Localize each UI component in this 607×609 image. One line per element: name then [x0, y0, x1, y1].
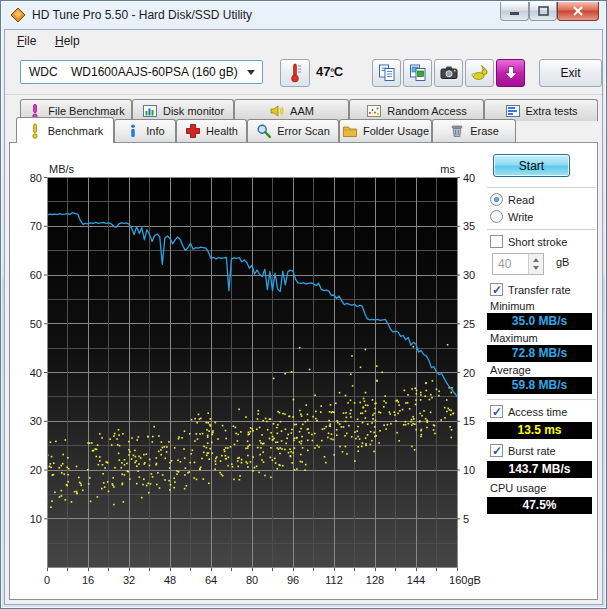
download-update-button[interactable] [496, 59, 525, 87]
svg-text:40: 40 [463, 172, 475, 184]
app-window: HD Tune Pro 5.50 - Hard Disk/SSD Utility… [0, 0, 607, 609]
menu-file[interactable]: File [9, 31, 44, 51]
title-bar[interactable]: HD Tune Pro 5.50 - Hard Disk/SSD Utility [1, 1, 606, 29]
read-radio[interactable] [490, 193, 503, 206]
transfer-rate-row[interactable]: Transfer rate [490, 283, 571, 296]
start-button[interactable]: Start [493, 154, 570, 177]
svg-text:ms: ms [440, 163, 455, 175]
read-radio-row[interactable]: Read [490, 193, 534, 206]
svg-text:5: 5 [463, 513, 469, 525]
svg-text:112: 112 [325, 574, 343, 586]
benchmark-tab-page: 8070605040302010403530252015105016324864… [9, 142, 598, 600]
svg-text:20: 20 [463, 367, 475, 379]
svg-text:80: 80 [246, 574, 258, 586]
burst-rate-checkbox[interactable] [490, 444, 503, 457]
gauge-yellow-icon [27, 123, 43, 139]
copy-image-icon [408, 63, 428, 83]
short-stroke-label: Short stroke [508, 236, 567, 248]
separator [487, 187, 596, 189]
svg-text:70: 70 [30, 220, 42, 232]
minimize-icon [509, 7, 520, 16]
download-arrow-icon [501, 63, 521, 83]
cpu-usage-value: 47.5% [487, 497, 592, 514]
maximum-label: Maximum [490, 332, 538, 344]
menu-help[interactable]: Help [47, 31, 88, 51]
drive-select-dropdown[interactable]: WDC WD1600AAJS-60PSA (160 gB) [20, 60, 263, 84]
svg-text:50: 50 [30, 318, 42, 330]
mini-chart-icon [142, 103, 158, 119]
svg-text:30: 30 [30, 415, 42, 427]
speed-test-button[interactable] [465, 59, 494, 87]
short-stroke-row[interactable]: Short stroke [490, 235, 567, 248]
write-radio-row[interactable]: Write [490, 210, 533, 223]
tab-extra-tests[interactable]: Extra tests [484, 99, 598, 121]
close-button[interactable] [557, 2, 599, 21]
close-icon [572, 6, 584, 16]
magnifier-icon [256, 123, 272, 139]
tab-folder-usage[interactable]: Folder Usage [339, 119, 432, 142]
info-icon [125, 123, 141, 139]
tab-error-scan[interactable]: Error Scan [247, 119, 339, 142]
chevron-down-icon [247, 70, 255, 75]
drive-select-value: WDC WD1600AAJS-60PSA (160 gB) [29, 65, 238, 79]
tab-health[interactable]: Health [176, 119, 247, 142]
tab-label: File Benchmark [48, 105, 124, 117]
spinner-up-icon[interactable] [533, 258, 539, 262]
tab-label: Health [206, 125, 238, 137]
transfer-rate-label: Transfer rate [508, 284, 571, 296]
access-time-value: 13.5 ms [487, 422, 592, 439]
separator [487, 229, 596, 231]
spinner-down-icon[interactable] [533, 266, 539, 270]
svg-text:144: 144 [407, 574, 425, 586]
capacity-spinner[interactable]: 40 [492, 253, 544, 275]
scatter-box-icon [366, 103, 382, 119]
short-stroke-checkbox[interactable] [490, 235, 503, 248]
access-time-checkbox[interactable] [490, 405, 503, 418]
thermometer-icon [285, 61, 305, 85]
tab-label: Error Scan [277, 125, 330, 137]
tab-erase[interactable]: Erase [432, 119, 516, 142]
svg-text:16: 16 [82, 574, 94, 586]
write-radio[interactable] [490, 210, 503, 223]
tab-info[interactable]: Info [114, 119, 176, 142]
copy-image-button[interactable] [403, 59, 432, 87]
svg-text:80: 80 [30, 172, 42, 184]
copy-text-icon [377, 63, 397, 83]
folder-icon [342, 123, 358, 139]
svg-text:30: 30 [463, 269, 475, 281]
average-value: 59.8 MB/s [487, 377, 592, 394]
write-label: Write [508, 211, 533, 223]
svg-text:10: 10 [463, 464, 475, 476]
tab-disk-monitor[interactable]: Disk monitor [132, 99, 234, 121]
transfer-rate-checkbox[interactable] [490, 283, 503, 296]
temperature-button[interactable] [280, 59, 310, 87]
tab-label: Info [146, 125, 164, 137]
tab-random-access[interactable]: Random Access [349, 99, 484, 121]
minimize-button[interactable] [500, 2, 529, 21]
copy-text-button[interactable] [372, 59, 401, 87]
tab-benchmark[interactable]: Benchmark [16, 117, 114, 143]
svg-text:10: 10 [30, 513, 42, 525]
client-area: File Help WDC WD1600AAJS-60PSA (160 gB) … [4, 29, 603, 605]
svg-text:48: 48 [164, 574, 176, 586]
tab-label: Random Access [387, 105, 466, 117]
average-label: Average [490, 364, 531, 376]
svg-text:25: 25 [463, 318, 475, 330]
svg-text:60: 60 [30, 269, 42, 281]
access-time-row[interactable]: Access time [490, 405, 567, 418]
burst-rate-row[interactable]: Burst rate [490, 444, 556, 457]
tab-label: AAM [290, 105, 314, 117]
temperature-readout: 47ºC [316, 64, 343, 79]
svg-text:15: 15 [463, 415, 475, 427]
svg-text:MB/s: MB/s [49, 163, 75, 175]
screenshot-button[interactable] [434, 59, 463, 87]
maximize-button[interactable] [529, 2, 557, 21]
tab-aam[interactable]: AAM [234, 99, 349, 121]
trash-icon [449, 123, 465, 139]
spinner-buttons[interactable] [528, 254, 543, 274]
exit-button[interactable]: Exit [539, 59, 602, 87]
svg-text:35: 35 [463, 220, 475, 232]
capacity-unit-label: gB [556, 256, 569, 268]
svg-text:160gB: 160gB [449, 574, 481, 586]
toolbar-separator [5, 94, 602, 96]
